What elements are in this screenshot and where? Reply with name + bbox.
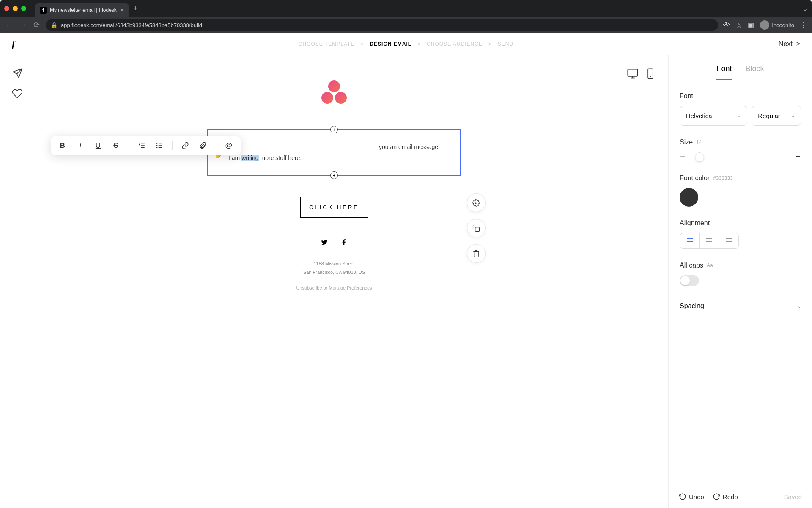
spacing-expand[interactable]: Spacing ⌄ [680,299,801,313]
size-section: Size 14 − + [680,138,801,162]
app-logo[interactable]: f [12,39,15,50]
link-button[interactable] [180,141,190,151]
size-value: 14 [696,139,702,145]
font-section: Font Helvetica ⌄ Regular ⌄ [680,92,801,126]
footer-links: Unsubscribe or Manage Preferences [207,285,461,290]
align-right-icon [726,238,732,243]
close-tab-icon[interactable]: × [120,6,124,14]
font-weight-select[interactable]: Regular ⌄ [752,106,801,126]
step-send[interactable]: SEND [498,41,513,47]
step-choose-template[interactable]: CHOOSE TEMPLATE [299,41,355,47]
tabs-overflow-icon[interactable]: ⌄ [802,5,808,13]
font-family-select[interactable]: Helvetica ⌄ [680,106,747,126]
chevron-down-icon: ⌄ [791,113,795,118]
duplicate-block-button[interactable] [467,219,486,237]
footer-address: 1188 Mission Street San Francisco, CA 94… [207,260,461,277]
close-window-button[interactable] [4,6,9,11]
maximize-window-button[interactable] [21,6,26,11]
cta-button-block[interactable]: CLICK HERE [300,197,368,218]
forward-button[interactable]: → [19,21,27,30]
alignment-section: Alignment [680,219,801,249]
desktop-preview-icon[interactable] [627,68,639,81]
size-label: Size 14 [680,138,801,146]
panel-icon[interactable]: ▣ [748,21,754,29]
align-left-button[interactable] [680,233,700,248]
unsubscribe-link[interactable]: Unsubscribe [296,285,322,290]
text-content: you an email message. [379,144,440,150]
step-design-email[interactable]: DESIGN EMAIL [370,41,411,47]
canvas-area: B I U S @ [0,55,668,508]
strikethrough-button[interactable]: S [111,141,121,151]
redo-button[interactable]: Redo [713,493,738,500]
allcaps-label: All caps Aa [680,262,801,269]
alignment-label: Alignment [680,219,801,227]
twitter-icon[interactable] [321,239,328,247]
slider-thumb[interactable] [695,152,704,162]
address-bar[interactable]: 🔒 app.flodesk.com/email/6343b9334fe5843b… [46,19,718,31]
next-label: Next [779,40,793,47]
allcaps-hint: Aa [707,262,713,268]
chevron-down-icon: ⌄ [798,304,801,309]
url-text: app.flodesk.com/email/6343b9334fe5843ba5… [61,22,202,28]
tab-font[interactable]: Font [716,64,732,80]
increase-size-button[interactable]: + [795,152,801,162]
app-header: f CHOOSE TEMPLATE > DESIGN EMAIL > CHOOS… [0,33,812,55]
align-center-button[interactable] [700,233,719,248]
mention-button[interactable]: @ [224,141,234,151]
allcaps-toggle[interactable] [680,275,699,286]
incognito-label: Incognito [772,22,794,28]
ordered-list-button[interactable] [137,141,147,151]
text-line-2[interactable]: I am writing more stuff here. [228,155,440,161]
saved-status: Saved [784,493,802,500]
text-block-selected[interactable]: + ✋ you an email message. I am writing m… [207,129,461,176]
redo-label: Redo [723,493,738,500]
decrease-size-button[interactable]: − [680,152,686,162]
send-preview-icon[interactable] [12,68,23,80]
undo-button[interactable]: Undo [679,493,704,500]
text-line-1[interactable]: you an email message. [228,144,440,150]
bookmark-icon[interactable]: ☆ [736,21,742,29]
slider-track[interactable] [691,157,789,157]
align-right-button[interactable] [719,233,738,248]
reload-button[interactable]: ⟳ [32,20,41,30]
eye-off-icon[interactable]: 👁 [723,21,730,29]
tab-block[interactable]: Block [746,64,764,80]
next-button[interactable]: Next > [779,40,800,48]
browser-tab[interactable]: f My newsletter email | Flodesk × [35,3,129,17]
incognito-indicator[interactable]: Incognito [760,20,794,30]
address-line-1: 1188 Mission Street [207,260,461,268]
unordered-list-button[interactable] [154,141,165,151]
favorite-icon[interactable] [12,88,23,101]
brand-logo-block[interactable] [321,80,347,104]
bold-button[interactable]: B [58,141,68,151]
add-block-below-button[interactable]: + [330,171,338,179]
facebook-icon[interactable] [340,239,347,247]
italic-button[interactable]: I [75,141,85,151]
menu-icon[interactable]: ⋮ [800,21,807,29]
svg-point-12 [156,145,157,146]
address-line-2: San Francisco, CA 94013, US [207,268,461,277]
new-tab-button[interactable]: + [133,4,138,13]
browser-titlebar: f My newsletter email | Flodesk × + ⌄ [0,0,812,17]
color-label-text: Font color [680,174,710,182]
font-family-value: Helvetica [686,112,712,119]
align-left-icon [687,238,693,243]
add-block-above-button[interactable]: + [330,126,338,133]
underline-button[interactable]: U [93,141,103,151]
block-settings-button[interactable] [467,193,486,212]
minimize-window-button[interactable] [13,6,18,11]
back-button[interactable]: ← [5,21,14,30]
sidebar-footer: Undo Redo Saved [669,485,812,508]
browser-actions: 👁 ☆ ▣ Incognito ⋮ [723,20,807,30]
toolbar-separator [216,141,216,150]
step-choose-audience[interactable]: CHOOSE AUDIENCE [427,41,483,47]
svg-point-13 [156,147,157,148]
wizard-steps: CHOOSE TEMPLATE > DESIGN EMAIL > CHOOSE … [299,41,513,47]
delete-block-button[interactable] [467,244,486,263]
mobile-preview-icon[interactable] [645,68,656,81]
attachment-button[interactable] [198,141,208,151]
color-swatch[interactable] [680,188,698,207]
social-icons-block[interactable] [207,239,461,247]
manage-preferences-link[interactable]: Manage Preferences [329,285,372,290]
undo-label: Undo [689,493,704,500]
